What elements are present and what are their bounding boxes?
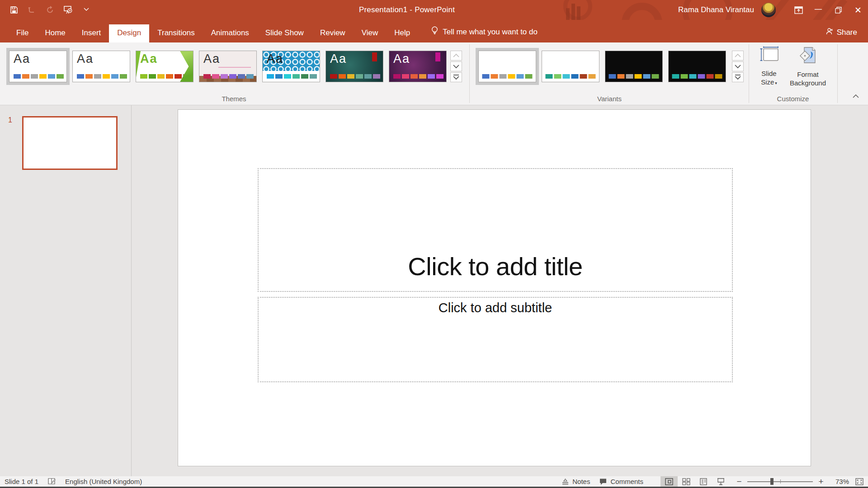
tab-file[interactable]: File bbox=[8, 24, 37, 42]
zoom-slider-thumb[interactable] bbox=[770, 478, 774, 485]
fit-slide-to-window-button[interactable] bbox=[854, 476, 865, 487]
theme-gallery[interactable]: Aa bbox=[199, 51, 257, 82]
slide-1-thumbnail[interactable] bbox=[22, 116, 118, 170]
ribbon-design: Aa Aa Aa Aa Aa Aa Aa Themes bbox=[0, 42, 868, 105]
zoom-in-button[interactable]: + bbox=[817, 477, 825, 487]
theme-facet[interactable]: Aa bbox=[136, 51, 193, 82]
variant-color-swatches bbox=[672, 74, 722, 79]
normal-view-button[interactable] bbox=[660, 476, 678, 487]
theme-aa-sample: Aa bbox=[393, 52, 410, 66]
theme-ion-boardroom[interactable]: Aa bbox=[389, 51, 447, 82]
variant-color-swatches bbox=[609, 74, 659, 79]
tab-slide-show[interactable]: Slide Show bbox=[257, 24, 312, 42]
tab-home[interactable]: Home bbox=[37, 24, 73, 42]
variant-3[interactable] bbox=[605, 51, 663, 82]
slide-number: 1 bbox=[8, 116, 12, 124]
reading-view-button[interactable] bbox=[695, 476, 712, 487]
slide-size-icon bbox=[759, 46, 779, 65]
themes-scroll-up-button[interactable] bbox=[450, 51, 462, 61]
theme-aa-sample: Aa bbox=[330, 52, 347, 66]
theme-aa-sample: Aa bbox=[203, 52, 220, 66]
theme-color-swatches bbox=[77, 74, 127, 79]
variants-scroll-down-button[interactable] bbox=[732, 61, 744, 71]
variants-scroll-up-button[interactable] bbox=[732, 51, 744, 61]
ribbon-tabs: File Home Insert Design Transitions Anim… bbox=[0, 24, 418, 42]
tab-animations[interactable]: Animations bbox=[203, 24, 257, 42]
group-separator bbox=[469, 44, 470, 103]
tell-me-label: Tell me what you want to do bbox=[443, 28, 538, 37]
slide-sorter-view-button[interactable] bbox=[678, 476, 695, 487]
collapse-ribbon-button[interactable] bbox=[850, 91, 862, 101]
slide-size-button[interactable]: Slide Size▾ bbox=[751, 46, 787, 88]
theme-color-swatches bbox=[14, 74, 64, 79]
theme-color-swatches bbox=[330, 74, 380, 79]
tab-design[interactable]: Design bbox=[109, 24, 149, 42]
ribbon-display-options-button[interactable] bbox=[788, 0, 808, 20]
language-status[interactable]: English (United Kingdom) bbox=[61, 476, 146, 487]
subtitle-placeholder[interactable]: Click to add subtitle bbox=[258, 297, 733, 382]
variants-group-label: Variants bbox=[474, 95, 745, 103]
proofing-icon bbox=[47, 478, 56, 485]
zoom-level[interactable]: 73% bbox=[829, 478, 849, 485]
workspace: 1 Click to add title Click to add subtit… bbox=[0, 105, 868, 476]
variant-color-swatches bbox=[546, 74, 596, 79]
slide-show-view-button[interactable] bbox=[712, 476, 729, 487]
theme-office[interactable]: Aa bbox=[72, 51, 130, 82]
format-background-button[interactable]: Format Background bbox=[784, 46, 831, 87]
themes-more-button[interactable] bbox=[450, 72, 462, 82]
variant-2[interactable] bbox=[542, 51, 599, 82]
theme-aa-sample: Aa bbox=[140, 52, 158, 66]
customize-group-label: Customize bbox=[749, 95, 837, 103]
variant-color-swatches bbox=[482, 74, 533, 79]
powerpoint-window: Presentation1 - PowerPoint Rama Dhana Vi… bbox=[0, 0, 868, 488]
variants-more-button[interactable] bbox=[732, 72, 744, 82]
zoom-slider[interactable] bbox=[747, 476, 813, 487]
subtitle-placeholder-text: Click to add subtitle bbox=[439, 300, 552, 315]
slide-counter[interactable]: Slide 1 of 1 bbox=[0, 476, 43, 487]
format-background-icon bbox=[799, 46, 817, 66]
title-placeholder[interactable]: Click to add title bbox=[258, 168, 733, 292]
theme-color-swatches bbox=[267, 74, 317, 79]
restore-button[interactable] bbox=[828, 0, 848, 20]
themes-group-label: Themes bbox=[0, 95, 468, 103]
share-label: Share bbox=[837, 28, 857, 37]
theme-office-selected[interactable]: Aa bbox=[9, 51, 67, 82]
slide-canvas: Click to add title Click to add subtitle bbox=[132, 105, 868, 476]
spell-check-button[interactable] bbox=[43, 476, 61, 487]
theme-aa-sample: Aa bbox=[14, 52, 30, 66]
close-button[interactable]: ✕ bbox=[848, 0, 868, 20]
titlebar-controls: Rama Dhana Virantau — ✕ bbox=[678, 0, 868, 20]
notes-toggle-button[interactable]: Notes bbox=[557, 476, 594, 487]
themes-gallery-scroller bbox=[450, 51, 462, 82]
tab-help[interactable]: Help bbox=[386, 24, 418, 42]
comments-toggle-button[interactable]: Comments bbox=[594, 476, 648, 487]
status-bar: Slide 1 of 1 English (United Kingdom) No… bbox=[0, 476, 868, 487]
themes-scroll-down-button[interactable] bbox=[450, 61, 462, 71]
variant-4[interactable] bbox=[668, 51, 726, 82]
ribbon-tab-row: File Home Insert Design Transitions Anim… bbox=[0, 20, 868, 42]
dropdown-caret-icon: ▾ bbox=[775, 81, 777, 85]
theme-ion[interactable]: Aa bbox=[326, 51, 383, 82]
theme-aa-sample: Aa bbox=[77, 52, 94, 66]
account-user-name[interactable]: Rama Dhana Virantau bbox=[678, 5, 754, 14]
group-separator bbox=[837, 44, 838, 103]
group-separator bbox=[749, 44, 749, 103]
share-button[interactable]: Share bbox=[815, 23, 868, 42]
tab-view[interactable]: View bbox=[354, 24, 387, 42]
theme-color-swatches bbox=[203, 74, 254, 79]
tab-insert[interactable]: Insert bbox=[74, 24, 109, 42]
zoom-out-button[interactable]: − bbox=[736, 477, 743, 487]
tell-me-box[interactable]: Tell me what you want to do bbox=[425, 22, 544, 42]
user-avatar[interactable] bbox=[761, 3, 776, 17]
comments-icon bbox=[599, 478, 607, 485]
slide-editing-area[interactable]: Click to add title Click to add subtitle bbox=[178, 109, 811, 466]
minimize-button[interactable]: — bbox=[808, 0, 828, 20]
variant-1-selected[interactable] bbox=[478, 51, 536, 82]
variants-gallery-scroller bbox=[732, 51, 744, 82]
title-placeholder-text: Click to add title bbox=[408, 252, 582, 281]
theme-integral[interactable]: Aa bbox=[262, 51, 320, 82]
share-person-icon bbox=[826, 28, 833, 38]
tab-transitions[interactable]: Transitions bbox=[149, 24, 203, 42]
tab-review[interactable]: Review bbox=[312, 24, 354, 42]
theme-color-swatches bbox=[140, 74, 190, 79]
